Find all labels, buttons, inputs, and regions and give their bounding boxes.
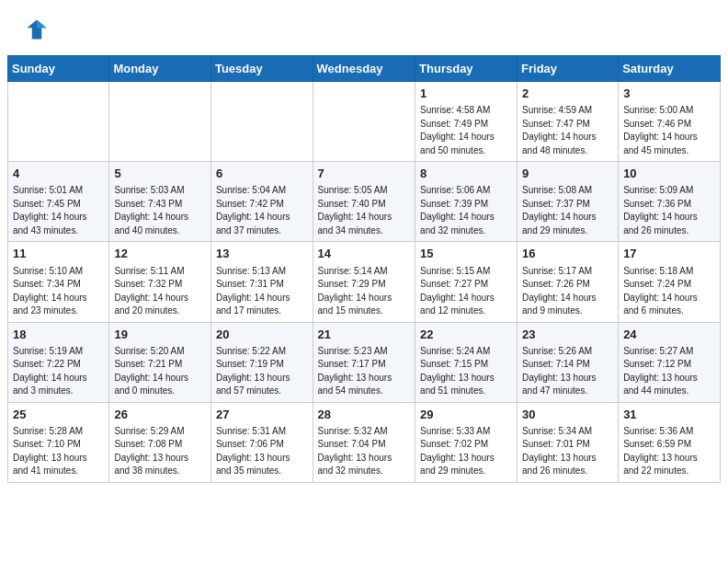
calendar-cell: 2Sunrise: 4:59 AM Sunset: 7:47 PM Daylig…	[518, 82, 619, 162]
day-info: Sunrise: 5:06 AM Sunset: 7:39 PM Dayligh…	[420, 184, 512, 237]
day-number: 27	[216, 407, 308, 423]
day-number: 5	[114, 166, 206, 182]
day-header-wednesday: Wednesday	[313, 56, 415, 82]
calendar-cell: 8Sunrise: 5:06 AM Sunset: 7:39 PM Daylig…	[415, 162, 518, 242]
day-info: Sunrise: 5:18 AM Sunset: 7:24 PM Dayligh…	[623, 265, 715, 318]
calendar-cell: 26Sunrise: 5:29 AM Sunset: 7:08 PM Dayli…	[109, 402, 211, 482]
day-number: 25	[13, 407, 104, 423]
svg-marker-1	[37, 20, 47, 29]
calendar-cell: 22Sunrise: 5:24 AM Sunset: 7:15 PM Dayli…	[415, 322, 518, 402]
day-number: 28	[318, 407, 411, 423]
calendar-wrapper: SundayMondayTuesdayWednesdayThursdayFrid…	[0, 55, 728, 490]
day-number: 24	[623, 327, 715, 343]
day-number: 14	[318, 246, 411, 262]
calendar-cell: 17Sunrise: 5:18 AM Sunset: 7:24 PM Dayli…	[619, 242, 721, 322]
day-header-saturday: Saturday	[619, 56, 721, 82]
day-info: Sunrise: 5:15 AM Sunset: 7:27 PM Dayligh…	[420, 265, 512, 318]
calendar-cell: 30Sunrise: 5:34 AM Sunset: 7:01 PM Dayli…	[518, 402, 619, 482]
day-number: 15	[420, 246, 512, 262]
day-header-thursday: Thursday	[415, 56, 518, 82]
calendar-cell: 9Sunrise: 5:08 AM Sunset: 7:37 PM Daylig…	[518, 162, 619, 242]
day-info: Sunrise: 5:31 AM Sunset: 7:06 PM Dayligh…	[216, 425, 308, 478]
day-header-tuesday: Tuesday	[210, 56, 313, 82]
day-info: Sunrise: 5:36 AM Sunset: 6:59 PM Dayligh…	[623, 425, 715, 478]
day-info: Sunrise: 5:34 AM Sunset: 7:01 PM Dayligh…	[522, 425, 613, 478]
day-number: 9	[522, 166, 613, 182]
day-number: 29	[420, 407, 512, 423]
day-number: 10	[623, 166, 715, 182]
calendar-week-5: 25Sunrise: 5:28 AM Sunset: 7:10 PM Dayli…	[8, 402, 721, 482]
calendar-cell	[210, 82, 313, 162]
calendar-cell: 24Sunrise: 5:27 AM Sunset: 7:12 PM Dayli…	[619, 322, 721, 402]
day-of-week-row: SundayMondayTuesdayWednesdayThursdayFrid…	[8, 56, 721, 82]
day-header-sunday: Sunday	[8, 56, 109, 82]
day-number: 11	[13, 246, 104, 262]
day-number: 19	[114, 327, 206, 343]
day-info: Sunrise: 5:33 AM Sunset: 7:02 PM Dayligh…	[420, 425, 512, 478]
day-number: 20	[216, 327, 308, 343]
calendar-cell: 12Sunrise: 5:11 AM Sunset: 7:32 PM Dayli…	[109, 242, 211, 322]
calendar-cell: 15Sunrise: 5:15 AM Sunset: 7:27 PM Dayli…	[415, 242, 518, 322]
calendar-cell: 19Sunrise: 5:20 AM Sunset: 7:21 PM Dayli…	[109, 322, 211, 402]
calendar-cell: 11Sunrise: 5:10 AM Sunset: 7:34 PM Dayli…	[8, 242, 109, 322]
day-number: 22	[420, 327, 512, 343]
calendar-cell: 4Sunrise: 5:01 AM Sunset: 7:45 PM Daylig…	[8, 162, 109, 242]
day-info: Sunrise: 5:24 AM Sunset: 7:15 PM Dayligh…	[420, 345, 512, 398]
day-number: 8	[420, 166, 512, 182]
day-info: Sunrise: 5:09 AM Sunset: 7:36 PM Dayligh…	[623, 184, 715, 237]
day-header-monday: Monday	[109, 56, 211, 82]
calendar-body: 1Sunrise: 4:58 AM Sunset: 7:49 PM Daylig…	[8, 82, 721, 483]
header	[0, 0, 728, 55]
calendar-cell: 5Sunrise: 5:03 AM Sunset: 7:43 PM Daylig…	[109, 162, 211, 242]
day-number: 13	[216, 246, 308, 262]
day-info: Sunrise: 5:26 AM Sunset: 7:14 PM Dayligh…	[522, 345, 613, 398]
calendar-cell: 7Sunrise: 5:05 AM Sunset: 7:40 PM Daylig…	[313, 162, 415, 242]
calendar-cell: 18Sunrise: 5:19 AM Sunset: 7:22 PM Dayli…	[8, 322, 109, 402]
day-number: 17	[623, 246, 715, 262]
day-info: Sunrise: 4:58 AM Sunset: 7:49 PM Dayligh…	[420, 104, 512, 157]
calendar-cell: 23Sunrise: 5:26 AM Sunset: 7:14 PM Dayli…	[518, 322, 619, 402]
day-info: Sunrise: 5:14 AM Sunset: 7:29 PM Dayligh…	[318, 265, 411, 318]
logo-icon	[24, 17, 50, 42]
calendar-cell	[109, 82, 211, 162]
calendar-cell: 27Sunrise: 5:31 AM Sunset: 7:06 PM Dayli…	[210, 402, 313, 482]
day-info: Sunrise: 5:20 AM Sunset: 7:21 PM Dayligh…	[114, 345, 206, 398]
logo	[22, 17, 50, 46]
day-number: 4	[13, 166, 104, 182]
day-info: Sunrise: 5:27 AM Sunset: 7:12 PM Dayligh…	[623, 345, 715, 398]
day-number: 23	[522, 327, 613, 343]
day-info: Sunrise: 5:11 AM Sunset: 7:32 PM Dayligh…	[114, 265, 206, 318]
calendar-cell: 3Sunrise: 5:00 AM Sunset: 7:46 PM Daylig…	[619, 82, 721, 162]
day-number: 3	[623, 86, 715, 102]
day-info: Sunrise: 5:28 AM Sunset: 7:10 PM Dayligh…	[13, 425, 104, 478]
calendar-cell: 13Sunrise: 5:13 AM Sunset: 7:31 PM Dayli…	[210, 242, 313, 322]
calendar-week-1: 1Sunrise: 4:58 AM Sunset: 7:49 PM Daylig…	[8, 82, 721, 162]
day-info: Sunrise: 5:10 AM Sunset: 7:34 PM Dayligh…	[13, 265, 104, 318]
day-number: 18	[13, 327, 104, 343]
day-info: Sunrise: 5:00 AM Sunset: 7:46 PM Dayligh…	[623, 104, 715, 157]
calendar-cell: 14Sunrise: 5:14 AM Sunset: 7:29 PM Dayli…	[313, 242, 415, 322]
calendar-week-4: 18Sunrise: 5:19 AM Sunset: 7:22 PM Dayli…	[8, 322, 721, 402]
calendar-cell: 29Sunrise: 5:33 AM Sunset: 7:02 PM Dayli…	[415, 402, 518, 482]
calendar-cell: 10Sunrise: 5:09 AM Sunset: 7:36 PM Dayli…	[619, 162, 721, 242]
day-number: 30	[522, 407, 613, 423]
day-info: Sunrise: 5:04 AM Sunset: 7:42 PM Dayligh…	[216, 184, 308, 237]
day-info: Sunrise: 5:08 AM Sunset: 7:37 PM Dayligh…	[522, 184, 613, 237]
day-info: Sunrise: 5:22 AM Sunset: 7:19 PM Dayligh…	[216, 345, 308, 398]
day-info: Sunrise: 5:03 AM Sunset: 7:43 PM Dayligh…	[114, 184, 206, 237]
calendar-table: SundayMondayTuesdayWednesdayThursdayFrid…	[7, 55, 721, 483]
day-info: Sunrise: 5:29 AM Sunset: 7:08 PM Dayligh…	[114, 425, 206, 478]
calendar-week-3: 11Sunrise: 5:10 AM Sunset: 7:34 PM Dayli…	[8, 242, 721, 322]
day-number: 26	[114, 407, 206, 423]
day-info: Sunrise: 5:19 AM Sunset: 7:22 PM Dayligh…	[13, 345, 104, 398]
day-number: 21	[318, 327, 411, 343]
day-info: Sunrise: 5:05 AM Sunset: 7:40 PM Dayligh…	[318, 184, 411, 237]
day-info: Sunrise: 5:32 AM Sunset: 7:04 PM Dayligh…	[318, 425, 411, 478]
calendar-cell: 20Sunrise: 5:22 AM Sunset: 7:19 PM Dayli…	[210, 322, 313, 402]
calendar-week-2: 4Sunrise: 5:01 AM Sunset: 7:45 PM Daylig…	[8, 162, 721, 242]
day-info: Sunrise: 5:23 AM Sunset: 7:17 PM Dayligh…	[318, 345, 411, 398]
day-number: 16	[522, 246, 613, 262]
day-header-friday: Friday	[518, 56, 619, 82]
calendar-cell: 1Sunrise: 4:58 AM Sunset: 7:49 PM Daylig…	[415, 82, 518, 162]
day-number: 1	[420, 86, 512, 102]
